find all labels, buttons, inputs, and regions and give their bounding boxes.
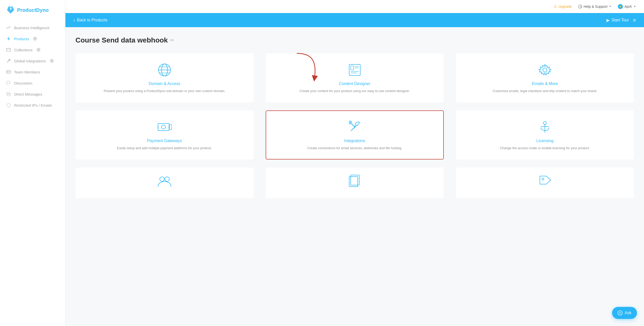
card-integrations[interactable]: Integrations Create connections for emai… (266, 110, 444, 159)
card-content-designer[interactable]: Content Designer Create your content for… (266, 53, 444, 102)
svg-point-48 (619, 312, 621, 314)
header-right: ▶ Start Tour ≡ (607, 17, 636, 23)
svg-line-36 (350, 123, 355, 127)
wrench-icon (6, 58, 11, 63)
sidebar-item-global-integrations[interactable]: Global Integrations ? (0, 55, 65, 66)
help-badge[interactable]: ? (36, 48, 41, 52)
start-tour-button[interactable]: ▶ Start Tour (607, 18, 629, 23)
card-title: Licensing (536, 139, 553, 143)
card-title: Payment Gateways (147, 139, 182, 143)
card-description: Change the access mode or enable licensi… (500, 146, 590, 151)
svg-text:⚙: ⚙ (579, 5, 582, 8)
user-label: ApiX (625, 5, 632, 9)
sidebar-item-label: Products (14, 37, 29, 41)
user-menu[interactable]: ⚡ ApiX ▼ (618, 4, 636, 9)
edit-icon[interactable]: ✏ (170, 37, 174, 43)
tools-icon (347, 119, 363, 135)
tag-icon (537, 173, 553, 189)
card-title: Domain & Access (149, 82, 180, 86)
chart-icon (6, 25, 11, 30)
card-description: Create your content for your product usi… (300, 89, 410, 94)
sidebar-item-label: Collections (14, 48, 32, 52)
sidebar-item-label: Team Members (14, 70, 40, 74)
product-header: ‹ Back to Products ▶ Start Tour ≡ (65, 13, 644, 27)
globe-icon (156, 62, 173, 78)
card-title: Integrations (344, 139, 365, 143)
help-badge[interactable]: ? (33, 37, 37, 41)
anchor-icon (537, 119, 553, 135)
message-icon (6, 92, 11, 97)
upgrade-button[interactable]: ⚠ Upgrade (553, 4, 572, 9)
warning-icon: ⚠ (553, 4, 557, 9)
svg-rect-11 (7, 81, 10, 84)
svg-line-5 (7, 61, 9, 62)
members-icon (156, 173, 173, 189)
shield-icon (6, 103, 11, 108)
card-licensing[interactable]: Licensing Change the access mode or enab… (456, 110, 634, 159)
card-description: Present your product using a ProductDyno… (104, 89, 225, 94)
card-files-partial[interactable] (266, 168, 444, 198)
sidebar-item-restricted-ips[interactable]: Restricted IPs / Emails (0, 100, 65, 111)
card-payment-gateways[interactable]: Payment Gateways Easily setup and add mu… (75, 110, 254, 159)
svg-point-39 (543, 121, 546, 125)
card-members-partial[interactable] (75, 168, 254, 198)
svg-point-30 (543, 68, 547, 72)
sidebar-item-label: Direct Messages (14, 92, 42, 96)
files-icon (347, 173, 363, 189)
sidebar-item-label: Global Integrations (14, 59, 46, 63)
upgrade-label: Upgrade (558, 5, 572, 9)
back-label: Back to Products (77, 18, 107, 22)
sidebar-item-collections[interactable]: Collections ? (0, 44, 65, 55)
sidebar-item-label: Restricted IPs / Emails (14, 103, 52, 107)
back-to-products-button[interactable]: ‹ Back to Products (73, 18, 107, 23)
help-badge[interactable]: ? (50, 59, 54, 63)
ask-label: Ask (625, 311, 631, 315)
help-support-button[interactable]: ⚙ Help & Support ▼ (578, 5, 612, 9)
team-icon (6, 69, 11, 74)
svg-rect-31 (158, 124, 169, 131)
hamburger-icon[interactable]: ≡ (633, 17, 636, 23)
svg-point-32 (162, 125, 166, 129)
sidebar-item-business-intelligence[interactable]: Business Intelligence (0, 22, 65, 33)
card-title: Emails & More (532, 82, 558, 86)
page-title: Course Send data webhook (75, 36, 168, 44)
start-tour-label: Start Tour (612, 18, 629, 22)
cards-grid: Domain & Access Present your product usi… (75, 53, 634, 159)
svg-line-7 (9, 60, 10, 60)
svg-text:⚡: ⚡ (619, 5, 622, 8)
card-tag-partial[interactable] (456, 168, 634, 198)
sidebar-item-products[interactable]: Products ? (0, 33, 65, 44)
user-dropdown-icon: ▼ (633, 5, 636, 8)
discussion-icon (6, 80, 11, 86)
play-icon: ▶ (607, 18, 610, 23)
sidebar-item-direct-messages[interactable]: Direct Messages (0, 89, 65, 100)
logo-icon (6, 6, 15, 15)
help-icon: ⚙ (578, 5, 582, 9)
page-title-row: Course Send data webhook ✏ (75, 36, 634, 44)
user-avatar-icon: ⚡ (618, 4, 623, 9)
logo-text: ProductDyno (17, 7, 49, 13)
sidebar: ProductDyno Business Intelligence Produc… (0, 0, 65, 326)
sidebar-navigation: Business Intelligence Products ? Collect… (0, 20, 65, 113)
sidebar-item-label: Discussion (14, 81, 32, 85)
help-label: Help & Support (584, 5, 608, 9)
lightning-icon (6, 36, 11, 41)
gear-icon (537, 62, 553, 78)
sidebar-item-label: Business Intelligence (14, 26, 50, 30)
chat-icon (618, 310, 623, 315)
card-emails-more[interactable]: Emails & More Customize emails, legal ch… (456, 53, 634, 102)
svg-rect-3 (7, 48, 11, 51)
help-dropdown-icon: ▼ (609, 5, 612, 8)
svg-point-46 (542, 178, 544, 180)
topbar: ⚠ Upgrade ⚙ Help & Support ▼ ⚡ ApiX ▼ (65, 0, 644, 13)
card-description: Easily setup and add multiple payment pl… (117, 146, 212, 151)
logo[interactable]: ProductDyno (0, 0, 65, 20)
collections-icon (6, 47, 11, 52)
sidebar-item-team-members[interactable]: Team Members (0, 66, 65, 77)
ask-button[interactable]: Ask (612, 307, 637, 319)
card-domain-access[interactable]: Domain & Access Present your product usi… (75, 53, 254, 102)
back-arrow-icon: ‹ (73, 18, 75, 23)
sidebar-item-discussion[interactable]: Discussion (0, 77, 65, 89)
main-content: ⚠ Upgrade ⚙ Help & Support ▼ ⚡ ApiX ▼ ‹ … (65, 0, 644, 326)
svg-rect-25 (351, 66, 354, 70)
